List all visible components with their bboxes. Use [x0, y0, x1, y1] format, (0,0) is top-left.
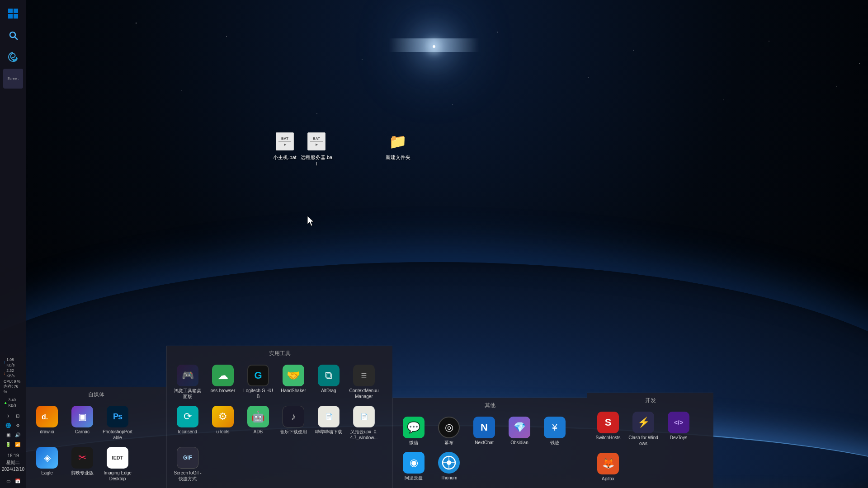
app-eagle[interactable]: ◈ Eagle [31, 445, 63, 483]
taskbar-windows[interactable] [3, 4, 23, 23]
app-label-screentogif: ScreenToGif - 快捷方式 [172, 470, 203, 482]
app-label-adb: ADB [254, 429, 263, 435]
app-music-dl[interactable]: ♪ 音乐下载使用 [277, 404, 310, 442]
app-clash[interactable]: ⚡ Clash for Windows [627, 410, 660, 448]
tray-icon-7[interactable]: 🔋 [4, 440, 13, 449]
app-youpaiyun[interactable]: 📄 又拍云upx_0.4.7_window... [348, 404, 380, 442]
tray-day: 星期二 [2, 459, 24, 466]
app-devtoys[interactable]: </> DevToys [662, 410, 695, 448]
app-label-obsidian: Obsidian [510, 440, 528, 446]
svg-rect-2 [8, 14, 13, 19]
app-label-mubu: 幕布 [444, 440, 453, 446]
app-oss-browser[interactable]: ☁ oss-browser [207, 363, 239, 401]
bat-icon-1: BAT ▶ [274, 131, 296, 152]
tray-icon-1[interactable]: ⟩ [4, 411, 13, 420]
app-switchhosts[interactable]: S SwitchHosts [592, 410, 624, 448]
desktop-icon-yuancheng[interactable]: BAT ▶ 远程服务器.bat [298, 129, 335, 169]
app-label-carnac: Carnac [75, 429, 90, 435]
group-zimeiti: 自媒体 d. draw.io ▣ Carnac [26, 387, 166, 488]
app-grid-qita: 💬 微信 ◎ 幕布 N NextChat [397, 415, 582, 483]
app-label-photoshop: PhotoshopPortable [102, 429, 133, 441]
app-mubu[interactable]: ◎ 幕布 [433, 415, 465, 447]
app-label-localsend: localsend [178, 429, 197, 435]
app-qianzhu[interactable]: ¥ 钱迹 [538, 415, 571, 447]
app-carnac[interactable]: ▣ Carnac [66, 404, 99, 442]
app-draw-io[interactable]: d. draw.io [31, 404, 63, 442]
app-grid-kaifa: S SwitchHosts ⚡ Clash for Windows </> De… [592, 410, 709, 483]
app-thorium[interactable]: Thorium [433, 450, 465, 483]
tray-icon-2[interactable]: ⊡ [13, 411, 22, 420]
tray-icon-8[interactable]: 📶 [13, 440, 22, 449]
app-grid-zimeiti: d. draw.io ▣ Carnac Ps PhotoshopPortable [31, 404, 162, 483]
app-logitech[interactable]: G Logitech G HUB [242, 363, 274, 401]
app-label-draw-io: draw.io [40, 429, 54, 435]
app-label-altdrag: AltDrag [321, 388, 336, 394]
group-shiyong: 实用工具 🎮 鸿觉工具箱桌面版 ☁ oss-browser [166, 346, 392, 488]
tray-datetime[interactable]: 18:19 星期二 2024/12/10 [1, 450, 25, 474]
tray-show-desktop[interactable]: ▭ [4, 476, 13, 485]
group-kaifa: 开发 S SwitchHosts ⚡ Clash for Windows [587, 393, 713, 488]
app-aliyun[interactable]: ◉ 阿里云盘 [397, 450, 430, 483]
tray-icon-5[interactable]: ▣ [4, 430, 13, 439]
app-label-music-dl: 音乐下载使用 [280, 429, 307, 435]
memory-stat: 内存: 76 % [4, 384, 23, 395]
desktop: Scree . BAT ▶ 小主机.bat BAT ▶ 远程服务器.bat 📁 … [0, 0, 868, 488]
group-qita: 其他 💬 微信 ◎ 幕布 N [392, 398, 587, 488]
folder-icon: 📁 [387, 131, 409, 152]
tray-date: 2024/12/10 [2, 466, 24, 473]
taskbar-edge[interactable] [3, 47, 23, 67]
app-groups: 自媒体 d. draw.io ▣ Carnac [26, 371, 868, 488]
svg-line-5 [15, 37, 17, 39]
group-title-zimeiti: 自媒体 [31, 391, 162, 400]
icon-label-yuancheng: 远程服务器.bat [300, 154, 333, 167]
app-localsend[interactable]: ⟳ localsend [171, 404, 204, 442]
app-apifox[interactable]: 🦊 Apifox [592, 451, 624, 483]
app-nextchat[interactable]: N NextChat [468, 415, 500, 447]
app-label-jianying: 剪映专业版 [71, 470, 94, 476]
screen-label: Scree . [7, 77, 19, 81]
app-adb[interactable]: 🤖 ADB [242, 404, 274, 442]
app-grid-shiyong: 🎮 鸿觉工具箱桌面版 ☁ oss-browser G Logitech G H [171, 363, 388, 483]
app-label-devtoys: DevToys [670, 435, 687, 441]
disk-stat: 3.40 KB/s [8, 398, 23, 408]
desktop-icon-xiaozhuji[interactable]: BAT ▶ 小主机.bat [267, 129, 303, 162]
app-hongjue[interactable]: 🎮 鸿觉工具箱桌面版 [171, 363, 204, 401]
app-label-wechat: 微信 [409, 440, 418, 446]
app-altdrag[interactable]: ⧉ AltDrag [312, 363, 345, 401]
app-screentogif[interactable]: GIF ScreenToGif - 快捷方式 [171, 445, 204, 483]
app-label-utools: uTools [217, 429, 230, 435]
app-label-qianzhu: 钱迹 [550, 440, 559, 446]
star-light [433, 45, 435, 48]
app-label-handshaker: HandShaker [281, 388, 306, 394]
app-utools[interactable]: ⚙ uTools [207, 404, 239, 442]
app-photoshop[interactable]: Ps PhotoshopPortable [101, 404, 134, 442]
app-label-clash: Clash for Windows [628, 435, 659, 446]
app-label-eagle: Eagle [41, 470, 53, 476]
tray-icon-6[interactable]: 🔊 [13, 430, 22, 439]
app-obsidian[interactable]: 💎 Obsidian [503, 415, 536, 447]
app-label-youpaiyun: 又拍云upx_0.4.7_window... [349, 429, 379, 441]
taskbar-search[interactable] [3, 25, 23, 45]
app-label-nextchat: NextChat [475, 440, 494, 446]
app-jianying[interactable]: ✂ 剪映专业版 [66, 445, 99, 483]
desktop-icon-folder[interactable]: 📁 新建文件夹 [380, 129, 416, 162]
tray-icon-3[interactable]: 🌐 [4, 421, 13, 430]
app-label-hongjue: 鸿觉工具箱桌面版 [172, 388, 203, 399]
network-upload: 1.08 KB/s [6, 357, 23, 368]
app-label-bingbingmian: 哔哔哔喵下载 [315, 429, 342, 435]
tray-calendar[interactable]: 📅 [13, 476, 22, 485]
tray-icon-4[interactable]: ⚙ [13, 421, 22, 430]
group-title-qita: 其他 [397, 402, 582, 411]
app-wechat[interactable]: 💬 微信 [397, 415, 430, 447]
system-tray: ↑ 1.08 KB/s ↓ 2.32 KB/s CPU: 9 % 内存: 76 … [0, 355, 26, 488]
taskbar-screen[interactable]: Scree . [3, 69, 23, 89]
group-title-shiyong: 实用工具 [171, 350, 388, 359]
svg-rect-0 [8, 9, 13, 13]
tray-disk: ▲ 3.40 KB/s [2, 397, 24, 409]
app-bingbingmian[interactable]: 📄 哔哔哔喵下载 [312, 404, 345, 442]
app-handshaker[interactable]: 🤝 HandShaker [277, 363, 310, 401]
app-imaging-edge[interactable]: IEDT Imaging Edge Desktop [101, 445, 134, 483]
app-contextmenu[interactable]: ≡ ContextMenuuManager [348, 363, 380, 401]
app-label-thorium: Thorium [441, 475, 458, 481]
app-label-logitech: Logitech G HUB [243, 388, 274, 399]
